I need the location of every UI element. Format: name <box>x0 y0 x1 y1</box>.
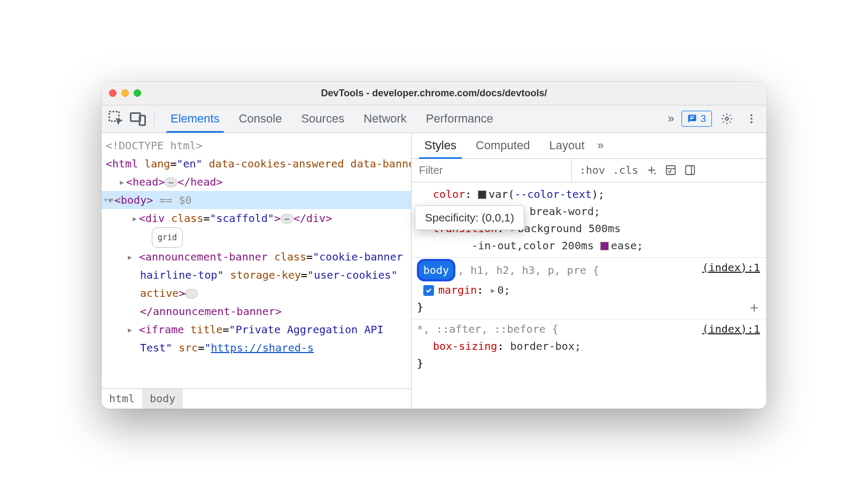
breadcrumb: html body <box>102 388 411 409</box>
traffic-lights <box>109 89 141 97</box>
selection-dots-icon: ••• <box>103 191 122 209</box>
add-property-icon[interactable]: ＋ <box>747 298 761 316</box>
css-prop[interactable]: box-sizing: border-box; <box>417 338 761 355</box>
svg-point-4 <box>750 114 753 117</box>
expand-icon[interactable] <box>130 320 139 339</box>
hov-toggle[interactable]: :hov <box>579 164 605 177</box>
css-prop-cont[interactable]: xxxxxx-in-out,color 200ms ease; <box>417 237 761 254</box>
issues-badge[interactable]: 3 <box>681 111 712 127</box>
css-rule[interactable]: (index):1 *, ::after, ::before { box-siz… <box>412 319 766 375</box>
toggle-sidebar-icon[interactable] <box>684 164 696 176</box>
dom-panel: <!DOCTYPE html> <html lang="en" data-coo… <box>102 133 412 409</box>
separator <box>154 111 154 126</box>
color-swatch-icon[interactable] <box>478 190 486 199</box>
window-title: DevTools - developer.chrome.com/docs/dev… <box>102 88 766 99</box>
svg-point-5 <box>750 118 753 120</box>
tab-sources[interactable]: Sources <box>291 105 354 133</box>
breadcrumb-body[interactable]: body <box>142 389 183 409</box>
doctype-row[interactable]: <!DOCTYPE html> <box>106 136 411 155</box>
issues-count: 3 <box>700 113 706 125</box>
minimize-window-icon[interactable] <box>121 89 129 97</box>
tab-console[interactable]: Console <box>229 105 292 133</box>
grid-badge-row: grid <box>106 227 411 248</box>
banner-row[interactable]: <announcement-banner class="cookie-banne… <box>106 248 411 320</box>
tab-computed[interactable]: Computed <box>466 133 540 158</box>
styles-panel: Styles Computed Layout » :hov .cls color… <box>412 133 766 409</box>
tab-network[interactable]: Network <box>354 105 416 133</box>
expand-icon[interactable] <box>130 248 139 266</box>
matched-selector[interactable]: body <box>417 259 455 281</box>
ellipsis-icon[interactable]: ⋯ <box>185 289 198 298</box>
styles-tabs: Styles Computed Layout » <box>412 133 766 159</box>
expand-icon[interactable] <box>118 173 126 191</box>
svg-point-3 <box>725 117 728 120</box>
devtools-window: DevTools - developer.chrome.com/docs/dev… <box>102 82 766 409</box>
filter-input[interactable] <box>412 159 572 182</box>
computed-panel-icon[interactable] <box>665 164 677 176</box>
main-tabs: Elements Console Sources Network Perform… <box>161 105 662 133</box>
css-prop[interactable]: color: var(--color-text); <box>417 186 761 203</box>
tab-styles[interactable]: Styles <box>415 133 466 158</box>
expand-icon[interactable] <box>130 209 139 227</box>
svg-point-6 <box>750 121 753 124</box>
prop-checkbox[interactable] <box>423 285 434 296</box>
filter-tools: :hov .cls <box>572 164 703 177</box>
tab-layout[interactable]: Layout <box>539 133 594 158</box>
head-row[interactable]: <head>⋯</head> <box>106 173 411 191</box>
device-toggle-icon[interactable] <box>128 109 148 128</box>
body-row-selected[interactable]: ••• <body> == $0 <box>102 191 411 209</box>
css-rule[interactable]: (index):1 body, h1, h2, h3, p, pre { mar… <box>412 257 766 319</box>
main-content: <!DOCTYPE html> <html lang="en" data-coo… <box>102 133 766 409</box>
breadcrumb-html[interactable]: html <box>102 389 142 409</box>
tab-elements[interactable]: Elements <box>161 105 229 133</box>
svg-rect-8 <box>686 166 695 175</box>
css-prop[interactable]: margin: ▸0; <box>417 281 761 298</box>
filter-row: :hov .cls <box>412 159 766 182</box>
rule-close: } <box>417 298 761 316</box>
rule-close: } <box>417 355 761 372</box>
source-link[interactable]: (index):1 <box>702 259 760 276</box>
iframe-row[interactable]: <iframe title="Private Aggregation API T… <box>106 320 411 357</box>
inspect-element-icon[interactable] <box>107 109 126 128</box>
close-window-icon[interactable] <box>109 89 117 97</box>
titlebar: DevTools - developer.chrome.com/docs/dev… <box>102 82 766 105</box>
new-rule-icon[interactable] <box>646 164 657 176</box>
grid-badge[interactable]: grid <box>152 227 183 248</box>
scaffold-row[interactable]: <div class="scaffold">⋯</div> <box>106 209 411 227</box>
toolbar-right <box>717 109 761 128</box>
specificity-tooltip: Specificity: (0,0,1) <box>415 205 524 230</box>
settings-icon[interactable] <box>717 109 737 128</box>
ellipsis-icon[interactable]: ⋯ <box>281 214 293 224</box>
more-styles-tabs-icon[interactable]: » <box>594 139 607 152</box>
source-link[interactable]: (index):1 <box>702 320 760 338</box>
tab-performance[interactable]: Performance <box>416 105 503 133</box>
bezier-swatch-icon[interactable] <box>600 242 609 250</box>
html-open-row[interactable]: <html lang="en" data-cookies-answered da… <box>106 155 411 173</box>
ellipsis-icon[interactable]: ⋯ <box>165 178 177 187</box>
dom-tree[interactable]: <!DOCTYPE html> <html lang="en" data-coo… <box>102 133 411 388</box>
main-toolbar: Elements Console Sources Network Perform… <box>102 105 766 133</box>
cls-toggle[interactable]: .cls <box>613 164 638 177</box>
more-tabs-icon[interactable]: » <box>664 112 677 126</box>
zoom-window-icon[interactable] <box>134 89 141 97</box>
kebab-menu-icon[interactable] <box>742 109 761 128</box>
